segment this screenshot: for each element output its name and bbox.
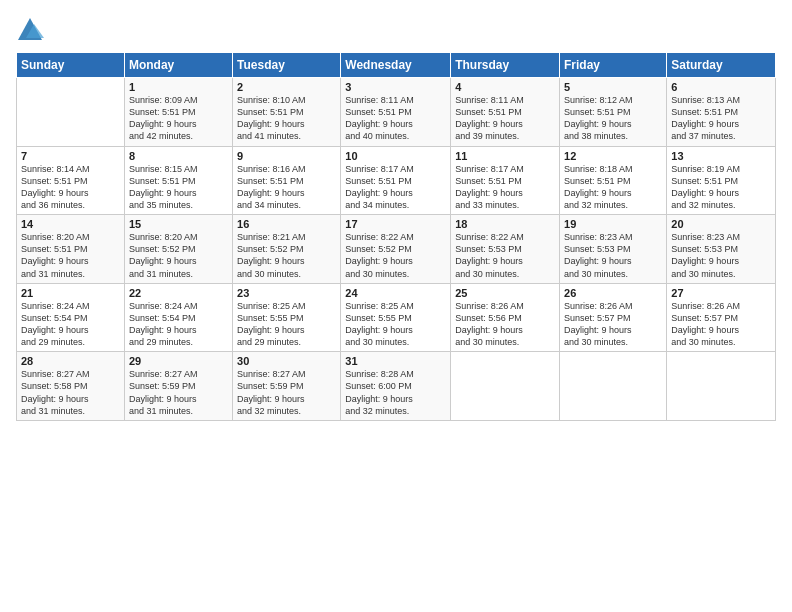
- weekday-header: Tuesday: [233, 53, 341, 78]
- day-info: Sunrise: 8:11 AM Sunset: 5:51 PM Dayligh…: [455, 94, 555, 143]
- weekday-header: Saturday: [667, 53, 776, 78]
- day-number: 19: [564, 218, 662, 230]
- day-number: 15: [129, 218, 228, 230]
- day-info: Sunrise: 8:26 AM Sunset: 5:57 PM Dayligh…: [564, 300, 662, 349]
- calendar-cell: 4Sunrise: 8:11 AM Sunset: 5:51 PM Daylig…: [451, 78, 560, 147]
- calendar-cell: 2Sunrise: 8:10 AM Sunset: 5:51 PM Daylig…: [233, 78, 341, 147]
- day-number: 29: [129, 355, 228, 367]
- calendar-cell: 9Sunrise: 8:16 AM Sunset: 5:51 PM Daylig…: [233, 146, 341, 215]
- day-info: Sunrise: 8:24 AM Sunset: 5:54 PM Dayligh…: [129, 300, 228, 349]
- day-info: Sunrise: 8:24 AM Sunset: 5:54 PM Dayligh…: [21, 300, 120, 349]
- day-info: Sunrise: 8:25 AM Sunset: 5:55 PM Dayligh…: [345, 300, 446, 349]
- calendar-cell: 18Sunrise: 8:22 AM Sunset: 5:53 PM Dayli…: [451, 215, 560, 284]
- weekday-header: Monday: [124, 53, 232, 78]
- calendar-cell: 22Sunrise: 8:24 AM Sunset: 5:54 PM Dayli…: [124, 283, 232, 352]
- day-number: 21: [21, 287, 120, 299]
- calendar-cell: 19Sunrise: 8:23 AM Sunset: 5:53 PM Dayli…: [560, 215, 667, 284]
- day-info: Sunrise: 8:20 AM Sunset: 5:51 PM Dayligh…: [21, 231, 120, 280]
- calendar-cell: 6Sunrise: 8:13 AM Sunset: 5:51 PM Daylig…: [667, 78, 776, 147]
- calendar-week-row: 1Sunrise: 8:09 AM Sunset: 5:51 PM Daylig…: [17, 78, 776, 147]
- day-info: Sunrise: 8:19 AM Sunset: 5:51 PM Dayligh…: [671, 163, 771, 212]
- calendar-cell: 20Sunrise: 8:23 AM Sunset: 5:53 PM Dayli…: [667, 215, 776, 284]
- day-number: 6: [671, 81, 771, 93]
- weekday-header: Thursday: [451, 53, 560, 78]
- calendar-cell: 31Sunrise: 8:28 AM Sunset: 6:00 PM Dayli…: [341, 352, 451, 421]
- day-number: 27: [671, 287, 771, 299]
- page-header: [16, 16, 776, 44]
- day-info: Sunrise: 8:11 AM Sunset: 5:51 PM Dayligh…: [345, 94, 446, 143]
- day-number: 30: [237, 355, 336, 367]
- calendar-cell: 12Sunrise: 8:18 AM Sunset: 5:51 PM Dayli…: [560, 146, 667, 215]
- day-number: 5: [564, 81, 662, 93]
- day-info: Sunrise: 8:13 AM Sunset: 5:51 PM Dayligh…: [671, 94, 771, 143]
- day-number: 24: [345, 287, 446, 299]
- calendar-cell: 10Sunrise: 8:17 AM Sunset: 5:51 PM Dayli…: [341, 146, 451, 215]
- day-number: 1: [129, 81, 228, 93]
- calendar-week-row: 28Sunrise: 8:27 AM Sunset: 5:58 PM Dayli…: [17, 352, 776, 421]
- calendar-week-row: 21Sunrise: 8:24 AM Sunset: 5:54 PM Dayli…: [17, 283, 776, 352]
- weekday-row: SundayMondayTuesdayWednesdayThursdayFrid…: [17, 53, 776, 78]
- calendar-cell: 14Sunrise: 8:20 AM Sunset: 5:51 PM Dayli…: [17, 215, 125, 284]
- calendar-body: 1Sunrise: 8:09 AM Sunset: 5:51 PM Daylig…: [17, 78, 776, 421]
- day-number: 4: [455, 81, 555, 93]
- logo-icon: [16, 16, 44, 44]
- calendar-cell: 13Sunrise: 8:19 AM Sunset: 5:51 PM Dayli…: [667, 146, 776, 215]
- day-number: 17: [345, 218, 446, 230]
- day-info: Sunrise: 8:27 AM Sunset: 5:59 PM Dayligh…: [129, 368, 228, 417]
- calendar-cell: 21Sunrise: 8:24 AM Sunset: 5:54 PM Dayli…: [17, 283, 125, 352]
- day-info: Sunrise: 8:14 AM Sunset: 5:51 PM Dayligh…: [21, 163, 120, 212]
- logo: [16, 16, 46, 44]
- day-number: 18: [455, 218, 555, 230]
- calendar-cell: 28Sunrise: 8:27 AM Sunset: 5:58 PM Dayli…: [17, 352, 125, 421]
- calendar-table: SundayMondayTuesdayWednesdayThursdayFrid…: [16, 52, 776, 421]
- calendar-cell: [560, 352, 667, 421]
- day-info: Sunrise: 8:22 AM Sunset: 5:52 PM Dayligh…: [345, 231, 446, 280]
- day-number: 2: [237, 81, 336, 93]
- day-info: Sunrise: 8:27 AM Sunset: 5:59 PM Dayligh…: [237, 368, 336, 417]
- day-info: Sunrise: 8:12 AM Sunset: 5:51 PM Dayligh…: [564, 94, 662, 143]
- day-info: Sunrise: 8:23 AM Sunset: 5:53 PM Dayligh…: [671, 231, 771, 280]
- calendar-cell: 3Sunrise: 8:11 AM Sunset: 5:51 PM Daylig…: [341, 78, 451, 147]
- calendar-cell: 27Sunrise: 8:26 AM Sunset: 5:57 PM Dayli…: [667, 283, 776, 352]
- calendar-week-row: 14Sunrise: 8:20 AM Sunset: 5:51 PM Dayli…: [17, 215, 776, 284]
- calendar-week-row: 7Sunrise: 8:14 AM Sunset: 5:51 PM Daylig…: [17, 146, 776, 215]
- calendar-cell: 5Sunrise: 8:12 AM Sunset: 5:51 PM Daylig…: [560, 78, 667, 147]
- day-number: 20: [671, 218, 771, 230]
- calendar-cell: 23Sunrise: 8:25 AM Sunset: 5:55 PM Dayli…: [233, 283, 341, 352]
- day-info: Sunrise: 8:26 AM Sunset: 5:56 PM Dayligh…: [455, 300, 555, 349]
- calendar-cell: 29Sunrise: 8:27 AM Sunset: 5:59 PM Dayli…: [124, 352, 232, 421]
- calendar-cell: 25Sunrise: 8:26 AM Sunset: 5:56 PM Dayli…: [451, 283, 560, 352]
- day-number: 26: [564, 287, 662, 299]
- page-container: SundayMondayTuesdayWednesdayThursdayFrid…: [0, 0, 792, 431]
- day-number: 8: [129, 150, 228, 162]
- day-number: 10: [345, 150, 446, 162]
- calendar-cell: 15Sunrise: 8:20 AM Sunset: 5:52 PM Dayli…: [124, 215, 232, 284]
- day-info: Sunrise: 8:23 AM Sunset: 5:53 PM Dayligh…: [564, 231, 662, 280]
- day-number: 3: [345, 81, 446, 93]
- weekday-header: Sunday: [17, 53, 125, 78]
- calendar-cell: 24Sunrise: 8:25 AM Sunset: 5:55 PM Dayli…: [341, 283, 451, 352]
- day-info: Sunrise: 8:25 AM Sunset: 5:55 PM Dayligh…: [237, 300, 336, 349]
- day-info: Sunrise: 8:15 AM Sunset: 5:51 PM Dayligh…: [129, 163, 228, 212]
- calendar-cell: [667, 352, 776, 421]
- calendar-cell: [17, 78, 125, 147]
- day-number: 16: [237, 218, 336, 230]
- calendar-header: SundayMondayTuesdayWednesdayThursdayFrid…: [17, 53, 776, 78]
- day-info: Sunrise: 8:18 AM Sunset: 5:51 PM Dayligh…: [564, 163, 662, 212]
- day-number: 31: [345, 355, 446, 367]
- calendar-cell: 7Sunrise: 8:14 AM Sunset: 5:51 PM Daylig…: [17, 146, 125, 215]
- calendar-cell: 16Sunrise: 8:21 AM Sunset: 5:52 PM Dayli…: [233, 215, 341, 284]
- day-number: 14: [21, 218, 120, 230]
- day-number: 28: [21, 355, 120, 367]
- day-info: Sunrise: 8:09 AM Sunset: 5:51 PM Dayligh…: [129, 94, 228, 143]
- day-info: Sunrise: 8:27 AM Sunset: 5:58 PM Dayligh…: [21, 368, 120, 417]
- day-number: 9: [237, 150, 336, 162]
- calendar-cell: 30Sunrise: 8:27 AM Sunset: 5:59 PM Dayli…: [233, 352, 341, 421]
- day-info: Sunrise: 8:20 AM Sunset: 5:52 PM Dayligh…: [129, 231, 228, 280]
- day-number: 22: [129, 287, 228, 299]
- weekday-header: Wednesday: [341, 53, 451, 78]
- calendar-cell: 1Sunrise: 8:09 AM Sunset: 5:51 PM Daylig…: [124, 78, 232, 147]
- day-info: Sunrise: 8:22 AM Sunset: 5:53 PM Dayligh…: [455, 231, 555, 280]
- calendar-cell: 17Sunrise: 8:22 AM Sunset: 5:52 PM Dayli…: [341, 215, 451, 284]
- calendar-cell: 11Sunrise: 8:17 AM Sunset: 5:51 PM Dayli…: [451, 146, 560, 215]
